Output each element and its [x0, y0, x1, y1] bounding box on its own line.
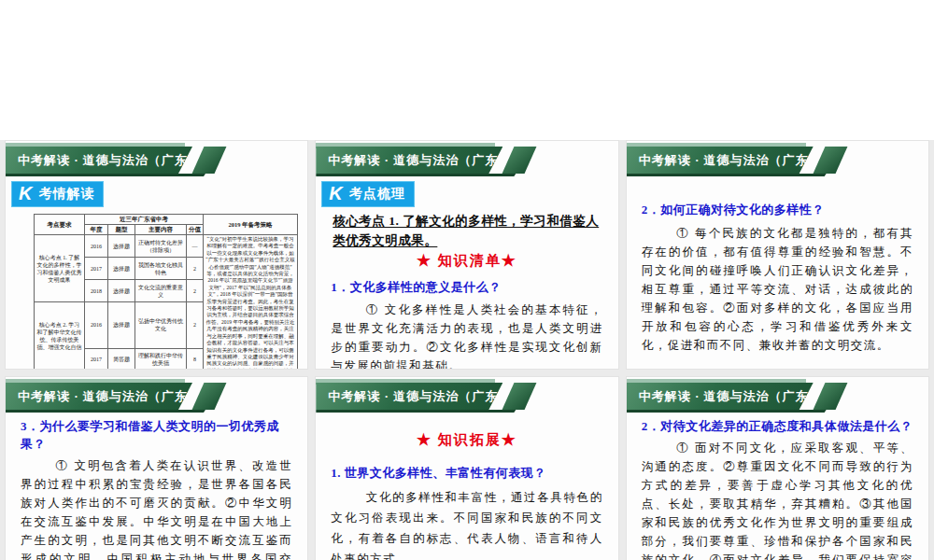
col-header-type: 题型	[108, 225, 135, 235]
year-cell: 2017	[85, 258, 108, 280]
slide-header-banner: 中考解读 · 道德与法治（广东专版）	[6, 143, 230, 176]
banner-tail	[813, 147, 847, 174]
slide-header-banner: 中考解读 · 道德与法治（广东专版）	[316, 143, 540, 176]
badge-label: 考点梳理	[349, 186, 405, 203]
exam-history-table: 考点要求 近三年广东省中考 2019 年备考策略 年度 题型 主要内容 分值 核…	[34, 214, 298, 370]
group-cell-1: 核心考点 1. 了解文化的多样性，学习和借鉴人类优秀文明成果	[35, 235, 85, 302]
banner-shadow	[627, 410, 827, 413]
section-title-extension: ★ 知识拓展★	[331, 431, 602, 449]
badge-k-letter: K	[329, 183, 342, 204]
question-title: 2．如何正确对待文化的多样性？	[642, 201, 913, 218]
type-cell: 选择题	[108, 258, 135, 280]
banner-shadow	[627, 174, 827, 176]
strategy-cell: “文化”对初中学生来说比较抽象，学习和理解有一定的难度。中考考查一般会以一些文化…	[204, 235, 298, 371]
type-cell: 选择题	[108, 302, 135, 349]
year-cell: 2016	[85, 302, 108, 349]
question-title: 2．对待文化差异的正确态度和具体做法是什么？	[642, 417, 913, 435]
core-point-heading: 核心考点 1. 了解文化的多样性，学习和借鉴人类优秀文明成果。	[333, 211, 601, 250]
slide-panel-4[interactable]: 中考解读 · 道德与法治（广东专版） 3．为什么要学习和借鉴人类文明的一切优秀成…	[5, 376, 308, 560]
score-cell: 2	[187, 302, 204, 349]
question-body: ① 面对不同文化，应采取客观、平等、沟通的态度。②尊重因文化不同而导致的行为方式…	[642, 439, 913, 560]
slide-grid: 中考解读 · 道德与法治（广东专版） K 考情解读 考点要求 近三年广东省中考 …	[0, 140, 934, 560]
banner-shadow	[6, 410, 205, 413]
section-badge-kaoqing: K 考情解读	[11, 181, 104, 207]
col-header-content: 主要内容	[135, 225, 187, 235]
col-header-score: 分值	[187, 225, 204, 235]
slide-panel-1[interactable]: 中考解读 · 道德与法治（广东专版） K 考情解读 考点要求 近三年广东省中考 …	[5, 140, 308, 370]
slide-sorter-page: 中考解读 · 道德与法治（广东专版） K 考情解读 考点要求 近三年广东省中考 …	[0, 0, 934, 560]
question-title: 1. 世界文化多样性、丰富性有何表现？	[331, 464, 602, 482]
col-header-strategy: 2019 年备考策略	[204, 215, 298, 235]
score-cell: 8	[187, 348, 204, 370]
section-title-checklist: ★ 知识清单★	[331, 252, 602, 270]
type-cell: 选择题	[108, 280, 135, 302]
year-cell: 2018	[85, 280, 108, 302]
col-header-year: 年度	[85, 225, 108, 235]
badge-k-letter: K	[19, 183, 32, 204]
slide-panel-5[interactable]: 中考解读 · 道德与法治（广东专版） ★ 知识拓展★ 1. 世界文化多样性、丰富…	[315, 376, 618, 560]
slide-panel-6[interactable]: 中考解读 · 道德与法治（广东专版） 2．对待文化差异的正确态度和具体做法是什么…	[626, 376, 929, 560]
question-title: 1．文化多样性的意义是什么？	[331, 278, 602, 296]
section-badge-kaodian-shuli: K 考点梳理	[321, 181, 414, 207]
score-cell: 2	[187, 280, 204, 302]
slide-panel-2[interactable]: 中考解读 · 道德与法治（广东专版） K 考点梳理 核心考点 1. 了解文化的多…	[315, 140, 618, 370]
score-cell: —	[187, 235, 204, 258]
question-body: 文化的多样性和丰富性，通过各具特色的文化习俗表现出来。不同国家和民族的不同文化，…	[331, 487, 602, 560]
content-cell: 文化交流的重要意义	[135, 280, 187, 302]
slide-header-banner: 中考解读 · 道德与法治（广东专版）	[627, 379, 851, 413]
banner-tail	[192, 147, 227, 174]
banner-shadow	[6, 174, 205, 176]
group-cell-2: 核心考点 2. 学习和了解中华文化传统、传承传统美德、增强文化自信	[35, 302, 85, 371]
col-header-kaodian: 考点要求	[35, 215, 85, 235]
content-cell: 理解和践行中华传统美德	[135, 348, 187, 370]
type-cell: 简答题	[108, 348, 135, 370]
table-row: 核心考点 1. 了解文化的多样性，学习和借鉴人类优秀文明成果 2016 选择题 …	[35, 235, 298, 258]
slide-panel-3[interactable]: 中考解读 · 道德与法治（广东专版） 2．如何正确对待文化的多样性？ ① 每个民…	[626, 140, 929, 370]
slide-header-banner: 中考解读 · 道德与法治（广东专版）	[6, 379, 230, 413]
year-cell: 2017	[85, 348, 108, 370]
slide-header-banner: 中考解读 · 道德与法治（广东专版）	[316, 379, 540, 413]
question-title: 3．为什么要学习和借鉴人类文明的一切优秀成果？	[21, 417, 292, 453]
banner-tail	[813, 383, 847, 410]
content-cell: 我国各地文化独具特色	[135, 258, 187, 280]
type-cell: 选择题	[108, 235, 135, 258]
slide-header-banner: 中考解读 · 道德与法治（广东专版）	[627, 143, 851, 176]
question-body: ① 文化多样性是人类社会的基本特征，是世界文化充满活力的表现，也是人类文明进步的…	[331, 301, 602, 370]
question-body: ① 每个民族的文化都是独特的，都有其存在的价值，都有值得尊重的经验和智慧。不同文…	[642, 224, 913, 355]
content-cell: 弘扬中华优秀传统文化	[135, 302, 187, 349]
banner-tail	[502, 147, 537, 174]
banner-shadow	[316, 174, 516, 176]
badge-label: 考情解读	[38, 186, 94, 203]
banner-tail	[502, 383, 537, 410]
question-body: ① 文明包含着人类在认识世界、改造世界的过程中积累的宝贵经验，是世界各国各民族对…	[21, 456, 292, 560]
banner-shadow	[316, 410, 516, 413]
score-cell: 2	[187, 258, 204, 280]
year-cell: 2016	[85, 235, 108, 258]
banner-tail	[192, 383, 227, 410]
content-cell: 正确对待文化差异（排除项）	[135, 235, 187, 258]
col-header-recent: 近三年广东省中考	[85, 215, 204, 225]
